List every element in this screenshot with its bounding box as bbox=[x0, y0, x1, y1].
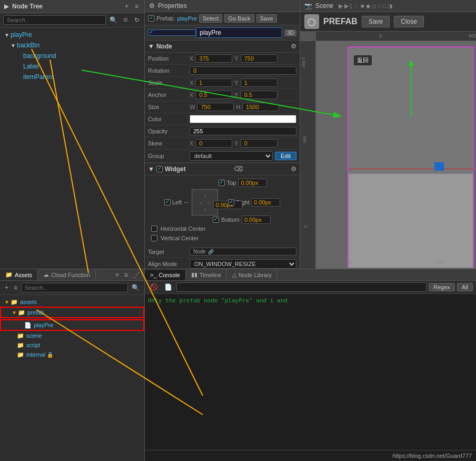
ruler-mark-0: 0 bbox=[379, 33, 382, 38]
save-btn[interactable]: Save bbox=[256, 14, 277, 23]
size-w-input[interactable] bbox=[197, 103, 234, 111]
node-tree-search-icon[interactable]: 🔍 bbox=[108, 16, 119, 24]
size-label: Size bbox=[148, 104, 187, 110]
asset-folder-icon-assets: 📁 bbox=[11, 298, 18, 306]
left-checkbox[interactable] bbox=[164, 199, 171, 205]
asset-label-scene: scene bbox=[26, 332, 42, 339]
bottom-checkbox[interactable] bbox=[213, 217, 219, 223]
console-tab-console[interactable]: >_ Console bbox=[145, 270, 186, 280]
assets-add-btn[interactable]: + bbox=[114, 271, 121, 279]
group-select[interactable]: default bbox=[190, 151, 273, 161]
node-tree-header: ▶ Node Tree + ≡ bbox=[0, 0, 144, 13]
console-message: Only the prefab node "playPre" and i and bbox=[148, 297, 473, 304]
asset-row-internal[interactable]: 📁 internal 🔒 bbox=[0, 350, 144, 359]
skew-y-input[interactable] bbox=[241, 139, 277, 148]
align-mode-select[interactable]: ON_WINDOW_RESIZE bbox=[190, 259, 296, 269]
console-search-input[interactable] bbox=[176, 282, 427, 292]
skew-x-label: X bbox=[190, 140, 193, 146]
tree-item-playpre[interactable]: ▼ playPre bbox=[0, 30, 144, 40]
group-row: Group default Edit bbox=[145, 150, 300, 163]
color-picker[interactable] bbox=[190, 115, 296, 123]
console-clear-btn[interactable]: 🚫 bbox=[148, 283, 160, 291]
rotation-input[interactable] bbox=[190, 66, 296, 75]
prefab-checkbox[interactable] bbox=[148, 15, 154, 22]
size-h-input[interactable] bbox=[242, 103, 279, 111]
assets-search-btn[interactable]: 🔍 bbox=[130, 283, 141, 292]
console-file-btn[interactable]: 📄 bbox=[162, 283, 174, 291]
position-x-input[interactable] bbox=[195, 54, 232, 63]
goback-btn[interactable]: Go Back bbox=[224, 14, 254, 23]
assets-add-icon[interactable]: + bbox=[3, 283, 10, 292]
left-input[interactable] bbox=[213, 201, 242, 209]
anchor-x-input[interactable] bbox=[195, 91, 232, 99]
assets-sort-icon[interactable]: ≡ bbox=[12, 283, 19, 292]
node-tree-refresh-icon[interactable]: ↻ bbox=[133, 16, 141, 24]
align-mode-row: Align Mode ON_WINDOW_RESIZE bbox=[145, 258, 300, 269]
console-all-btn[interactable]: All bbox=[457, 283, 473, 291]
asset-arrow-prefab: ▼ bbox=[12, 310, 18, 316]
canvas-content-area: 返回 bbox=[349, 47, 473, 268]
assets-expand-btn[interactable]: ⋰ bbox=[132, 271, 141, 279]
group-edit-btn[interactable]: Edit bbox=[275, 152, 296, 160]
tree-item-background[interactable]: ​ background bbox=[0, 51, 144, 61]
assets-content: ▼ 📁 assets ▼ 📁 prefab 📄 playPre bbox=[0, 295, 144, 461]
scene-close-btn[interactable]: Close bbox=[394, 16, 424, 27]
assets-search-input[interactable] bbox=[21, 283, 128, 292]
scale-y-input[interactable] bbox=[241, 79, 277, 87]
node-section-gear[interactable]: ⚙ bbox=[291, 43, 296, 50]
scale-label: Scale bbox=[148, 80, 187, 86]
anchor-y-input[interactable] bbox=[241, 91, 277, 99]
asset-row-prefab[interactable]: ▼ 📁 prefab bbox=[0, 307, 144, 318]
widget-gear-icon[interactable]: ⚙ bbox=[291, 165, 296, 173]
asset-row-scene[interactable]: 📁 scene bbox=[0, 331, 144, 340]
skew-row: Skew X Y bbox=[145, 138, 300, 150]
position-y-input[interactable] bbox=[241, 54, 277, 63]
assets-tab-assets[interactable]: 📁 Assets bbox=[0, 269, 38, 280]
console-tab-timeline[interactable]: ▮▮ Timeline bbox=[186, 269, 227, 280]
node-tree-search-bar: 🔍 ⛭ ↻ bbox=[0, 13, 144, 27]
widget-enabled-checkbox[interactable] bbox=[156, 166, 163, 172]
right-input[interactable] bbox=[251, 198, 280, 207]
tree-arrow-playpre: ▼ bbox=[4, 32, 11, 38]
component-enabled-checkbox[interactable] bbox=[148, 30, 196, 36]
bottom-input[interactable] bbox=[242, 215, 271, 224]
tree-item-backbtn[interactable]: ▼ backBtn bbox=[0, 40, 144, 51]
asset-row-script[interactable]: 📁 script bbox=[0, 340, 144, 350]
opacity-input[interactable] bbox=[190, 127, 296, 135]
target-node-label: Node bbox=[193, 249, 206, 254]
scene-canvas[interactable]: 0 500 1,000 500 0 返回 bbox=[300, 32, 476, 269]
canvas-arrow-v bbox=[411, 63, 412, 116]
scale-x-input[interactable] bbox=[195, 79, 232, 87]
vertical-center-checkbox[interactable] bbox=[151, 235, 157, 241]
assets-list-btn[interactable]: ≡ bbox=[123, 271, 130, 279]
node-tree-add-btn[interactable]: + bbox=[123, 2, 130, 11]
skew-x-input[interactable] bbox=[195, 139, 232, 148]
top-input[interactable] bbox=[238, 179, 267, 187]
component-name-input[interactable] bbox=[196, 27, 282, 38]
tree-item-itemparent[interactable]: ​ itemParent bbox=[0, 72, 144, 82]
asset-row-playpre[interactable]: 📄 playPre bbox=[0, 319, 144, 331]
assets-tab-cloud[interactable]: ☁ Cloud Function bbox=[38, 269, 96, 280]
node-tree-search-input[interactable] bbox=[3, 15, 106, 25]
right-checkbox[interactable] bbox=[228, 199, 234, 205]
widget-section-header[interactable]: ▼ Widget ⌫ ⚙ bbox=[145, 163, 300, 175]
asset-row-assets[interactable]: ▼ 📁 assets bbox=[0, 297, 144, 307]
top-checkbox[interactable] bbox=[219, 180, 225, 186]
node-section-header[interactable]: ▼ Node ⚙ bbox=[145, 40, 300, 53]
tree-item-label[interactable]: ​ Label bbox=[0, 61, 144, 72]
scene-save-btn[interactable]: Save bbox=[362, 16, 390, 27]
console-footer: https://blog.csdn.net/Guard777 bbox=[145, 450, 476, 461]
vertical-center-label: Vertical Center bbox=[161, 235, 199, 241]
properties-gear-icon: ⚙ bbox=[149, 2, 155, 9]
select-btn[interactable]: Select bbox=[199, 14, 223, 23]
console-regex-btn[interactable]: Regex bbox=[429, 283, 455, 291]
scale-y-label: Y bbox=[234, 80, 238, 86]
widget-section-title: Widget bbox=[165, 165, 186, 173]
horizontal-center-checkbox[interactable] bbox=[151, 225, 157, 232]
rotation-label: Rotation bbox=[148, 67, 187, 74]
console-tab-nodelibrary[interactable]: △ Node Library bbox=[227, 269, 277, 280]
asset-folder-icon-internal: 📁 bbox=[17, 351, 24, 358]
node-tree-panel: ▶ Node Tree + ≡ 🔍 ⛭ ↻ ▼ playPre ▼ bbox=[0, 0, 145, 269]
node-tree-collapse-btn[interactable]: ≡ bbox=[133, 2, 140, 11]
node-tree-filter-icon[interactable]: ⛭ bbox=[121, 16, 131, 24]
